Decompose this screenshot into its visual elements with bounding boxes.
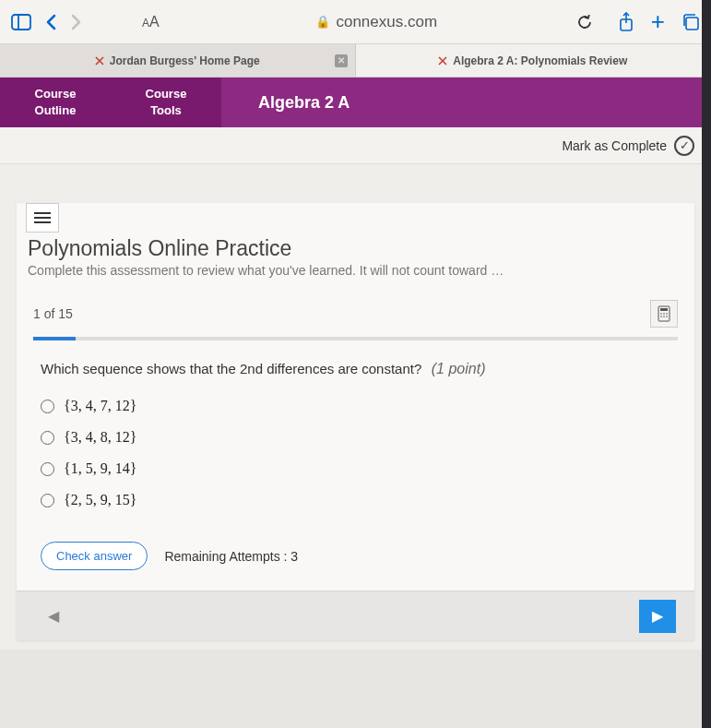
option-label: {3, 4, 7, 12} [64, 398, 136, 414]
practice-subtitle: Complete this assessment to review what … [28, 263, 683, 278]
course-outline-link[interactable]: Course Outline [0, 82, 111, 123]
share-icon[interactable] [618, 12, 634, 32]
svg-rect-10 [660, 308, 668, 311]
svg-point-11 [660, 313, 662, 315]
back-icon[interactable] [44, 13, 57, 31]
progress-bar [33, 337, 678, 340]
lock-icon: 🔒 [315, 15, 330, 29]
radio-icon[interactable] [41, 400, 54, 413]
course-tools-link[interactable]: Course Tools [111, 82, 221, 123]
progress-fill [33, 337, 76, 340]
question-points: (1 point) [432, 361, 486, 376]
question-text: Which sequence shows that the 2nd differ… [41, 361, 421, 376]
url-text: connexus.com [336, 13, 437, 31]
address-bar[interactable]: 🔒 connexus.com [191, 13, 563, 31]
option-label: {3, 4, 8, 12} [64, 429, 136, 446]
svg-rect-4 [686, 18, 698, 30]
tab-home-page[interactable]: Jordan Burgess' Home Page ✕ [0, 44, 356, 77]
next-question-button[interactable]: ▶ [639, 600, 676, 633]
tab-favicon-icon [95, 56, 104, 66]
option-3[interactable]: {1, 5, 9, 14} [41, 460, 670, 477]
tab-strip: Jordan Burgess' Home Page ✕ Algebra 2 A:… [0, 44, 711, 78]
course-nav-bar: Course Outline Course Tools Algebra 2 A [0, 78, 711, 127]
option-4[interactable]: {2, 5, 9, 15} [41, 492, 670, 508]
assessment-card: Polynomials Online Practice Complete thi… [17, 203, 694, 640]
prev-question-button[interactable]: ◀ [35, 600, 72, 633]
tab-close-icon[interactable]: ✕ [335, 54, 348, 67]
radio-icon[interactable] [41, 462, 54, 476]
mark-complete-label: Mark as Complete [562, 138, 667, 153]
calculator-icon[interactable] [650, 300, 678, 328]
tab-polynomials-review[interactable]: Algebra 2 A: Polynomials Review [356, 44, 712, 77]
content-area: Polynomials Online Practice Complete thi… [0, 164, 711, 650]
option-label: {2, 5, 9, 15} [64, 492, 136, 508]
device-edge [702, 0, 711, 728]
tab-label: Algebra 2 A: Polynomials Review [453, 54, 627, 67]
check-answer-button[interactable]: Check answer [41, 542, 148, 570]
svg-point-16 [666, 316, 668, 317]
tabs-overview-icon[interactable] [681, 13, 700, 31]
question-nav-footer: ◀ ▶ [17, 591, 694, 640]
tab-label: Jordan Burgess' Home Page [110, 54, 260, 67]
svg-point-12 [663, 313, 665, 315]
new-tab-icon[interactable]: + [651, 7, 665, 36]
svg-point-13 [666, 313, 668, 315]
svg-point-14 [660, 316, 662, 317]
progress-label: 1 of 15 [33, 306, 73, 321]
remaining-attempts: Remaining Attempts : 3 [164, 549, 298, 564]
svg-rect-0 [12, 15, 30, 30]
options-list: {3, 4, 7, 12} {3, 4, 8, 12} {1, 5, 9, 14… [41, 398, 670, 508]
reload-icon[interactable] [575, 13, 594, 31]
option-1[interactable]: {3, 4, 7, 12} [41, 398, 670, 414]
browser-toolbar: AAAA 🔒 connexus.com + [0, 0, 711, 44]
tab-favicon-icon [438, 56, 447, 66]
option-label: {1, 5, 9, 14} [64, 460, 136, 477]
course-title: Algebra 2 A [221, 78, 711, 127]
radio-icon[interactable] [41, 431, 54, 445]
mark-complete-row: Mark as Complete ✓ [0, 127, 711, 164]
question-row: Which sequence shows that the 2nd differ… [41, 361, 670, 377]
text-size-button[interactable]: AAAA [142, 14, 160, 30]
mark-complete-button[interactable]: ✓ [674, 136, 694, 156]
svg-point-15 [663, 316, 665, 317]
forward-icon [70, 13, 83, 31]
sidebar-toggle-icon[interactable] [11, 14, 31, 30]
radio-icon[interactable] [41, 494, 54, 507]
practice-title: Polynomials Online Practice [28, 236, 683, 261]
option-2[interactable]: {3, 4, 8, 12} [41, 429, 670, 446]
menu-icon[interactable] [26, 203, 59, 233]
